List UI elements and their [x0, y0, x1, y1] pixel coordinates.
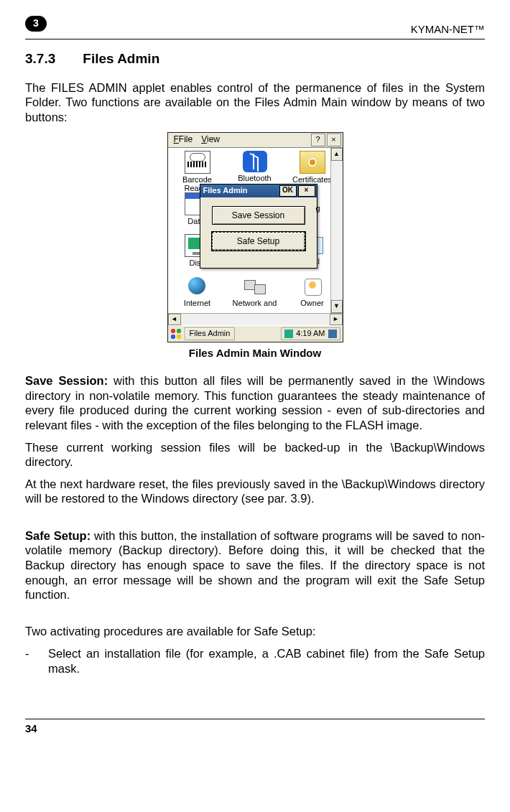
cp-label-fragment: g [316, 204, 320, 214]
save-session-button[interactable]: Save Session [212, 206, 305, 225]
vertical-scrollbar[interactable]: ▲ ▼ [330, 148, 343, 313]
dialog-close-button[interactable]: × [298, 185, 315, 197]
section-number: 3.7.3 [25, 50, 79, 67]
help-button[interactable]: ? [311, 134, 325, 146]
system-tray: 4:19 AM [281, 327, 340, 340]
control-panel-grid: Barcode Reader Bluetooth Device ... Cert… [168, 148, 343, 313]
clock: 4:19 AM [296, 329, 325, 339]
dialog-titlebar: Files Admin OK × [200, 185, 317, 197]
save-session-label: Save Session: [25, 374, 108, 387]
menubar: FFileFile View ? × [168, 133, 343, 148]
safe-setup-label: Safe Setup: [25, 529, 91, 542]
save-session-paragraph-2: These current working session files will… [25, 440, 485, 470]
intro-paragraph: The FILES ADMIN applet enables control o… [25, 80, 485, 125]
list-item: - Select an installation file (for examp… [25, 646, 485, 676]
cp-label: Network and [227, 299, 283, 307]
taskbar: Files Admin 4:19 AM [168, 325, 343, 342]
product-name: KYMAN-NET™ [411, 23, 485, 37]
bluetooth-icon [243, 151, 267, 172]
section-title: Files Admin [83, 51, 159, 66]
page-footer: 34 [25, 719, 485, 736]
section-heading: 3.7.3 Files Admin [25, 50, 485, 67]
save-session-paragraph-1: Save Session: with this button all files… [25, 373, 485, 433]
horizontal-scrollbar[interactable]: ◄ ► [168, 313, 343, 325]
globe-icon [185, 276, 210, 297]
tray-icon[interactable] [284, 330, 293, 338]
procedures-intro: Two activating procedures are available … [25, 624, 485, 639]
safe-setup-paragraph: Safe Setup: with this button, the instal… [25, 528, 485, 602]
owner-icon [300, 276, 325, 297]
scroll-down-icon[interactable]: ▼ [331, 300, 343, 313]
certificates-icon [300, 151, 325, 174]
barcode-icon [185, 151, 210, 174]
tray-icon[interactable] [328, 330, 337, 338]
dialog-title-text: Files Admin [203, 186, 248, 196]
save-session-paragraph-3: At the next hardware reset, the files pr… [25, 477, 485, 506]
taskbar-item[interactable]: Files Admin [185, 327, 236, 340]
cp-network[interactable]: Network and [227, 276, 283, 307]
page-number: 34 [25, 722, 37, 734]
figure-caption: Files Admin Main Window [25, 347, 485, 360]
screenshot-window: FFileFile View ? × Barcode Reader Blueto… [167, 132, 343, 342]
cp-label: Internet [170, 299, 226, 307]
safe-setup-button[interactable]: Safe Setup [212, 232, 305, 251]
bullet-text: Select an installation file (for example… [48, 646, 485, 676]
scroll-up-icon[interactable]: ▲ [331, 148, 343, 161]
close-button[interactable]: × [327, 134, 341, 146]
chapter-badge: 3 [25, 16, 47, 32]
menu-file[interactable]: FFileFile [170, 134, 198, 145]
scroll-right-icon[interactable]: ► [330, 314, 343, 325]
cp-internet[interactable]: Internet [170, 276, 226, 307]
dialog-ok-button[interactable]: OK [279, 185, 297, 197]
bullet-dash: - [25, 646, 48, 676]
scroll-left-icon[interactable]: ◄ [168, 314, 181, 325]
network-icon [243, 276, 267, 297]
menu-view[interactable]: View [197, 134, 224, 145]
files-admin-dialog: Files Admin OK × Save Session Safe Setup [200, 184, 317, 269]
start-icon[interactable] [170, 328, 182, 340]
